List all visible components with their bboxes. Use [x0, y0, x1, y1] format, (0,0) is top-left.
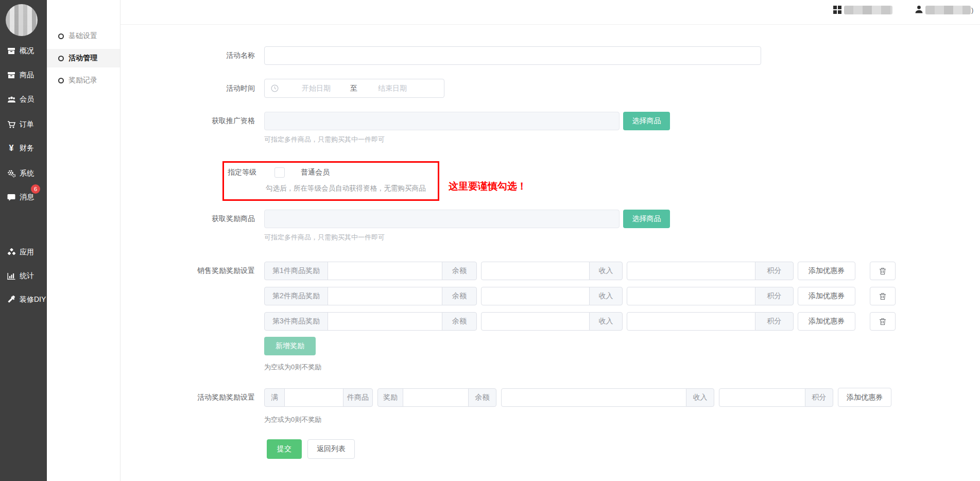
shop-name-blurred[interactable] [844, 6, 892, 14]
submenu-label: 奖励记录 [68, 76, 97, 85]
submenu-item-reward-records[interactable]: 奖励记录 [47, 71, 120, 90]
sales-reward-row-2: 第2件商品奖励 余额 收入 积分 添加优惠券 [121, 287, 896, 305]
balance-input[interactable] [403, 388, 469, 407]
sidebar-label: 装修DIY [20, 295, 46, 304]
clock-icon [271, 84, 279, 92]
income-addon: 收入 [686, 388, 714, 407]
sales-reward-hint: 为空或为0则不奖励 [264, 363, 321, 372]
submenu-label: 基础设置 [68, 31, 97, 41]
submenu-item-activity-management[interactable]: 活动管理 [47, 49, 120, 67]
page: ) 基础设置 活动管理 奖励记录 概况 商品 [0, 0, 980, 481]
avatar[interactable] [6, 4, 38, 36]
select-goods-button[interactable]: 选择商品 [623, 112, 670, 130]
points-addon: 积分 [805, 388, 833, 407]
submenu-label: 活动管理 [68, 54, 97, 63]
sidebar-item-apps[interactable]: 应用 [0, 240, 47, 265]
trash-icon [879, 267, 886, 275]
members-icon [7, 95, 16, 104]
balance-addon: 余额 [442, 287, 477, 305]
goods-icon [7, 71, 16, 79]
add-coupon-button[interactable]: 添加优惠券 [838, 388, 891, 407]
income-input[interactable] [481, 312, 590, 331]
username-suffix: ) [971, 6, 973, 14]
level-label: 指定等级 [224, 168, 256, 177]
income-input[interactable] [501, 388, 686, 407]
activity-time-row: 活动时间 开始日期 至 结束日期 [121, 79, 444, 98]
sidebar-item-finance[interactable]: ¥ 财务 [0, 136, 47, 161]
start-date-placeholder[interactable]: 开始日期 [302, 84, 331, 93]
reward-goods-label: 获取奖励商品 [121, 214, 255, 224]
submit-button[interactable]: 提交 [267, 439, 302, 459]
reward-addon: 奖励 [377, 388, 403, 407]
submenu-item-basic-settings[interactable]: 基础设置 [47, 27, 120, 45]
trash-icon [879, 318, 886, 325]
back-to-list-button[interactable]: 返回列表 [307, 439, 355, 459]
add-reward-button[interactable]: 新增奖励 [264, 337, 316, 355]
username-blurred[interactable] [925, 6, 971, 14]
sidebar-item-orders[interactable]: 订单 [0, 112, 47, 137]
points-input[interactable] [719, 388, 805, 407]
sales-reward-row-3: 第3件商品奖励 余额 收入 积分 添加优惠券 [121, 312, 896, 331]
sidebar-item-members[interactable]: 会员 [0, 87, 47, 112]
reward-prefix-addon: 第1件商品奖励 [264, 262, 328, 280]
points-addon: 积分 [755, 262, 794, 280]
goods-count-input[interactable] [284, 388, 343, 407]
goods-suffix-addon: 件商品 [343, 388, 373, 407]
sidebar-item-decorate-diy[interactable]: 装修DIY [0, 287, 47, 312]
sales-reward-row-1: 销售奖励奖励设置 第1件商品奖励 余额 收入 积分 添加优惠券 [121, 262, 896, 280]
sidebar-label: 概况 [20, 46, 34, 56]
sidebar-item-statistics[interactable]: 统计 [0, 264, 47, 288]
circle-icon [58, 78, 64, 83]
activity-name-input[interactable] [264, 46, 761, 65]
sidebar-item-overview[interactable]: 概况 [0, 39, 47, 63]
add-coupon-button[interactable]: 添加优惠券 [798, 312, 855, 331]
balance-input[interactable] [328, 312, 442, 331]
delete-reward-button[interactable] [870, 287, 896, 305]
delete-reward-button[interactable] [870, 312, 896, 331]
system-icon [7, 169, 16, 178]
activity-reward-hint: 为空或为0则不奖励 [264, 415, 321, 424]
select-goods-button[interactable]: 选择商品 [623, 210, 670, 228]
sidebar-label: 统计 [20, 271, 34, 281]
points-input[interactable] [627, 262, 755, 280]
level-annotation-box: 指定等级 普通会员 勾选后，所在等级会员自动获得资格，无需购买商品 [222, 161, 439, 201]
level-checkbox-label[interactable]: 普通会员 [301, 168, 330, 177]
balance-addon: 余额 [468, 388, 496, 407]
points-input[interactable] [627, 287, 755, 305]
trash-icon [879, 293, 886, 300]
grid-icon[interactable] [833, 6, 841, 14]
stats-icon [7, 272, 16, 280]
income-addon: 收入 [589, 312, 623, 331]
sidebar-item-goods[interactable]: 商品 [0, 63, 47, 88]
level-checkbox[interactable] [274, 167, 285, 178]
reward-goods-hint: 可指定多件商品，只需购买其中一件即可 [264, 233, 385, 242]
sidebar-label: 系统 [20, 169, 34, 178]
activity-name-label: 活动名称 [121, 51, 255, 60]
circle-icon [58, 56, 64, 61]
add-coupon-button[interactable]: 添加优惠券 [798, 262, 855, 280]
activity-reward-label: 活动奖励奖励设置 [121, 393, 255, 402]
income-input[interactable] [481, 287, 590, 305]
points-addon: 积分 [755, 287, 794, 305]
date-range-picker[interactable]: 开始日期 至 结束日期 [264, 79, 444, 98]
promo-goods-input[interactable] [264, 112, 620, 130]
balance-addon: 余额 [442, 262, 477, 280]
circle-icon [58, 33, 64, 39]
sidebar-label: 应用 [20, 248, 34, 257]
full-addon: 满 [264, 388, 285, 407]
points-input[interactable] [627, 312, 755, 331]
sales-reward-label: 销售奖励奖励设置 [121, 266, 255, 276]
balance-input[interactable] [328, 262, 442, 280]
promo-hint: 可指定多件商品，只需购买其中一件即可 [264, 135, 385, 144]
delete-reward-button[interactable] [870, 262, 896, 280]
add-coupon-button[interactable]: 添加优惠券 [798, 287, 855, 305]
activity-name-row: 活动名称 [121, 46, 761, 65]
reward-goods-input[interactable] [264, 210, 620, 228]
reward-prefix-addon: 第2件商品奖励 [264, 287, 328, 305]
user-icon[interactable] [915, 5, 923, 14]
promo-qualification-label: 获取推广资格 [121, 116, 255, 126]
sidebar-item-system[interactable]: 系统 [0, 161, 47, 186]
end-date-placeholder[interactable]: 结束日期 [378, 84, 407, 93]
income-input[interactable] [481, 262, 590, 280]
balance-input[interactable] [328, 287, 442, 305]
